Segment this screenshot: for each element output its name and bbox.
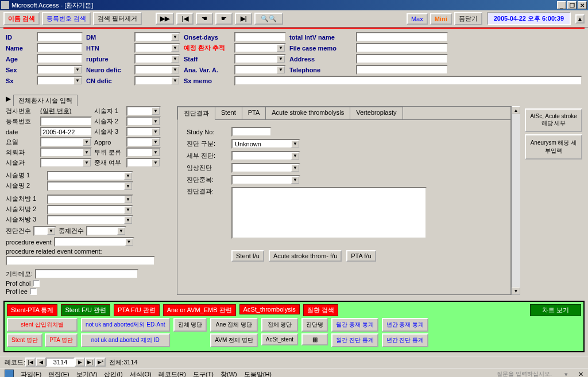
menu-window[interactable]: 창(W) — [220, 370, 237, 378]
restore-button[interactable]: ❐ — [567, 1, 577, 9]
monthly-diag-button[interactable]: 월간 진단 통계 — [331, 333, 378, 347]
op2-combo[interactable]: ▼ — [126, 116, 161, 126]
op3-combo[interactable]: ▼ — [126, 127, 161, 137]
avm-all-button[interactable]: AVM 전체 명단 — [210, 333, 257, 347]
pta-fu-button[interactable]: PTA f/u — [346, 250, 376, 262]
close-button[interactable]: ✕ — [578, 1, 587, 9]
id-field[interactable] — [37, 32, 83, 42]
acst-all-button[interactable]: 전체 명단 — [261, 318, 298, 332]
region-combo[interactable]: ▼ — [126, 147, 161, 157]
profc-checkbox[interactable] — [33, 280, 40, 287]
interv-combo[interactable]: ▼ — [126, 158, 161, 168]
menu-tools[interactable]: 도구(T) — [193, 370, 214, 378]
intv-field[interactable] — [356, 32, 448, 42]
tel-field[interactable] — [356, 65, 448, 75]
stent-fu-button[interactable]: Stent f/u — [231, 250, 264, 262]
mini-button[interactable]: Mini — [430, 13, 452, 25]
result-textarea[interactable] — [231, 187, 427, 239]
nav-hand-left-button[interactable]: ☚ — [196, 13, 213, 25]
notuk2-button[interactable]: not uk and aborted 제외 ID — [81, 333, 169, 347]
dm-combo[interactable]: ▼ — [134, 32, 180, 42]
detaildiag-combo[interactable]: ▼ — [231, 151, 300, 161]
binoculars-button[interactable]: 🔍🔍 — [254, 13, 283, 25]
stent-list-button[interactable]: Stent 명단 — [7, 333, 42, 347]
menu-format[interactable]: 서식(O) — [130, 370, 152, 378]
rx1-combo[interactable]: ▼ — [47, 195, 133, 204]
acute-fu-button[interactable]: Acute stroke throm- f/u — [269, 250, 342, 262]
rec-last-button[interactable]: ▶| — [85, 357, 95, 367]
form-close-button[interactable]: 폼닫기 — [454, 12, 482, 25]
regno-search-button[interactable]: 등록번호 검색 — [42, 12, 91, 25]
intervcnt-combo[interactable]: ▼ — [86, 226, 126, 236]
tab-acute[interactable]: Acute stroke thrombolysis — [265, 107, 350, 119]
date-field[interactable] — [40, 127, 92, 137]
pcomment-field[interactable] — [6, 256, 155, 266]
filter-remove-button[interactable]: 검색 필터제거 — [93, 12, 142, 25]
etc-field[interactable] — [35, 269, 138, 279]
sx-combo[interactable]: ▼ — [37, 76, 83, 85]
menu-file[interactable]: 파일(F) — [21, 370, 41, 378]
yearly-interv-button[interactable]: 년간 중재 통계 — [382, 318, 429, 332]
dept-combo[interactable]: ▼ — [40, 158, 92, 168]
ane-all-button[interactable]: Ane 전체 명단 — [210, 318, 257, 332]
menu-help[interactable]: 도움말(H) — [244, 370, 272, 378]
diagclass-combo[interactable]: Unknown▼ — [231, 139, 300, 149]
regno-field[interactable] — [40, 116, 92, 126]
max-button[interactable]: Max — [407, 13, 428, 25]
all-list-button[interactable]: 전체 명단 — [173, 318, 207, 332]
scroll-up-icon[interactable]: ▲ — [512, 106, 520, 114]
name-field[interactable] — [37, 43, 83, 53]
nav-first-button[interactable]: ▶▶ — [156, 13, 174, 25]
nav-hand-right-button[interactable]: ☛ — [215, 13, 233, 25]
close-doc-icon[interactable]: ✕ — [578, 371, 583, 378]
neuro-combo[interactable]: ▼ — [134, 65, 180, 75]
tab-stent[interactable]: Stent — [215, 107, 242, 119]
sex-combo[interactable]: ▼ — [37, 65, 83, 75]
schedule-combo[interactable]: ▼ — [234, 43, 286, 53]
icon-button[interactable]: ▦ — [301, 333, 328, 345]
yearly-diag-button[interactable]: 년간 진단 통계 — [382, 333, 429, 347]
req-combo[interactable]: ▼ — [40, 147, 92, 157]
age-field[interactable] — [37, 54, 83, 64]
menu-edit[interactable]: 편집(E) — [48, 370, 69, 378]
studyno-field[interactable] — [231, 127, 272, 137]
stent-pos-button[interactable]: stent 삽입위치별 — [7, 318, 78, 332]
name-search-button[interactable]: 이름 검색 — [3, 12, 40, 25]
row-selector-icon[interactable]: ▶ — [6, 95, 11, 103]
day-combo[interactable]: ▼ — [40, 137, 92, 147]
rupture-combo[interactable]: ▼ — [134, 54, 180, 64]
cn-combo[interactable]: ▼ — [134, 76, 180, 85]
diag-name-button[interactable]: 진단명 — [301, 318, 328, 332]
rec-first-button[interactable]: |◀ — [25, 357, 36, 367]
diagcnt-combo[interactable]: ▼ — [33, 226, 56, 236]
p2-combo[interactable]: ▼ — [47, 181, 133, 191]
notuk1-button[interactable]: not uk and aborted제외 ED-Ant — [81, 318, 169, 332]
dup-combo[interactable]: ▼ — [231, 175, 300, 185]
p1-combo[interactable]: ▼ — [47, 171, 133, 181]
nav-next-button[interactable]: ▶| — [235, 13, 252, 25]
scroll-up-button[interactable]: ▲ — [575, 14, 585, 24]
op1-combo[interactable]: ▼ — [126, 106, 161, 116]
filecase-field[interactable] — [356, 43, 448, 53]
pevent-combo[interactable]: ▼ — [54, 237, 134, 247]
clinical-combo[interactable]: ▼ — [231, 163, 300, 173]
acst-stent-button[interactable]: AcSt_stent — [261, 333, 298, 345]
tab-vertebro[interactable]: Vertebroplasty — [350, 107, 403, 119]
menu-records[interactable]: 레코드(R) — [158, 370, 186, 378]
sxmemo-field[interactable] — [234, 76, 582, 85]
help-dropdown-icon[interactable]: ▾ — [564, 371, 568, 378]
nav-prev-button[interactable]: |◀ — [176, 13, 194, 25]
address-field[interactable] — [356, 54, 448, 64]
pta-list-button[interactable]: PTA 명단 — [45, 333, 78, 347]
tab-diagnosis[interactable]: 진단결과 — [177, 107, 215, 120]
center-scrollbar[interactable]: ▲ ▼ — [511, 106, 520, 295]
rec-new-button[interactable]: ▶* — [95, 357, 106, 367]
aneurysm-button[interactable]: Aneurysm 해당 세부입력 — [525, 134, 582, 160]
record-current-field[interactable] — [46, 357, 75, 367]
rec-next-button[interactable]: ▶ — [75, 357, 85, 367]
staff-combo[interactable]: ▼ — [234, 54, 286, 64]
monthly-interv-button[interactable]: 월간 중재 통계 — [331, 318, 378, 332]
menu-insert[interactable]: 삽입(I) — [104, 370, 122, 378]
minimize-button[interactable]: _ — [557, 1, 566, 9]
scroll-down-icon[interactable]: ▼ — [512, 287, 520, 295]
